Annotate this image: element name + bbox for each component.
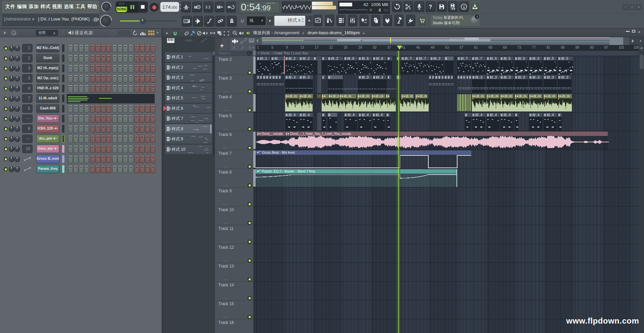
svg-text:样..3: 样..3 (288, 76, 296, 79)
svg-text:样..6: 样..6 (347, 57, 355, 60)
svg-text:dr..m: dr..m (533, 94, 541, 98)
svg-text:样..4: 样..4 (475, 113, 483, 117)
svg-text:dr..m: dr..m (519, 94, 526, 98)
svg-text:样..2: 样..2 (288, 57, 296, 60)
svg-text:样..3: 样..3 (490, 76, 497, 79)
svg-text:样..6: 样..6 (362, 57, 369, 60)
svg-text:样..5: 样..5 (547, 57, 554, 60)
svg-text:样..3: 样..3 (518, 76, 525, 79)
svg-text:样..5: 样..5 (532, 57, 540, 60)
svg-text:样..7: 样..7 (419, 57, 426, 60)
svg-text:样..3: 样..3 (303, 76, 310, 79)
svg-text:样..3: 样..3 (561, 76, 569, 79)
svg-text:样..4: 样..4 (490, 113, 497, 117)
svg-text:样..4: 样..4 (503, 113, 511, 117)
svg-text:样..5: 样..5 (561, 57, 569, 60)
svg-text:样..3: 样..3 (376, 76, 383, 79)
svg-text:× Dvrst - I Hate You I Love Yo: × Dvrst - I Hate You I Love You (258, 51, 308, 55)
svg-text:样..4: 样..4 (303, 113, 310, 117)
svg-text:dr..m: dr..m (406, 94, 413, 98)
svg-text:样..4: 样..4 (362, 113, 369, 117)
svg-text:样..4: 样..4 (376, 113, 383, 117)
svg-text:dr..m: dr..m (548, 94, 555, 98)
svg-text:样..2: 样..2 (303, 57, 310, 60)
svg-text:15: 15 (13, 32, 16, 35)
svg-text:i: i (464, 5, 465, 9)
svg-text:样..1: 样..1 (260, 57, 267, 60)
svg-text:样..4: 样..4 (532, 113, 540, 117)
svg-text:样..7: 样..7 (405, 57, 412, 60)
svg-text:Dvrst_..vocals: Dvrst_..vocals (262, 132, 283, 136)
svg-text:dr..m: dr..m (504, 94, 512, 98)
svg-text:dr..m: dr..m (289, 94, 297, 98)
svg-text:样..7: 样..7 (475, 57, 482, 60)
svg-text:dr..m: dr..m (362, 94, 369, 98)
svg-text:样..2: 样..2 (331, 57, 338, 60)
svg-text:样..5: 样..5 (503, 57, 511, 60)
svg-text:?: ? (429, 4, 432, 10)
svg-text:样..3: 样..3 (475, 76, 483, 79)
svg-text:样..6: 样..6 (376, 57, 383, 60)
svg-text:样..5: 样..5 (490, 57, 497, 60)
svg-text:Dvrst_-_I_Hate_You_I_Love_You_: Dvrst_-_I_Hate_You_I_Love_You_vocals (290, 132, 351, 136)
svg-text:dr..m: dr..m (420, 94, 427, 98)
svg-text:dr..m: dr..m (562, 94, 570, 98)
svg-text:样..4: 样..4 (347, 113, 355, 117)
svg-text:dr..m: dr..m (476, 94, 484, 98)
svg-text:样..5: 样..5 (518, 57, 525, 60)
svg-text:样..3: 样..3 (532, 76, 540, 79)
svg-text:样..4: 样..4 (547, 113, 554, 117)
svg-text:样..7: 样..7 (461, 57, 468, 60)
svg-text:样..4: 样..4 (288, 113, 296, 117)
svg-text:样..3: 样..3 (362, 76, 369, 79)
svg-text::: : (210, 6, 210, 9)
svg-text:dr..m: dr..m (376, 94, 383, 98)
svg-text:样..2: 样..2 (433, 57, 441, 60)
svg-text:dr..m: dr..m (344, 94, 351, 98)
svg-text:Param. EQ 2 - Master - Band 7: Param. EQ 2 - Master - Band 7 freq (262, 170, 315, 173)
svg-text:样..3: 样..3 (547, 76, 554, 79)
svg-text:样..: 样.. (274, 57, 280, 60)
svg-text:dr..m: dr..m (491, 94, 498, 98)
svg-text:dr..m: dr..m (304, 94, 311, 98)
svg-text:样..3: 样..3 (503, 76, 511, 79)
svg-text:Gross Beat - Mix level: Gross Beat - Mix level (262, 151, 295, 154)
svg-text:dr..m: dr..m (333, 94, 340, 98)
